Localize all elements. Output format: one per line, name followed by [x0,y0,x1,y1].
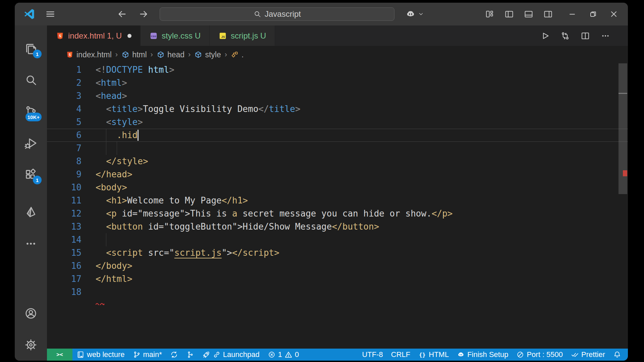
activity-item-extensions[interactable]: 1 [15,159,47,190]
breadcrumb-separator-icon: › [225,50,227,59]
status-text: 1 [278,350,282,359]
copilot-status-icon [457,351,465,359]
tab-bar-tabs: 5index.html 1, Ucssstyle.css UJSscript.j… [47,25,275,46]
status-item-live-server-port[interactable]: Port : 5500 [512,349,567,361]
editor-scrollbar[interactable] [618,63,628,349]
breadcrumb-item[interactable]: head [157,50,184,59]
svg-text:5: 5 [59,34,61,38]
open-changes-button[interactable] [560,31,570,41]
restore-button[interactable] [588,9,598,19]
command-center-search[interactable]: Javascript [160,7,394,21]
code-line: 15 <script src="script.js"></script> [47,246,628,259]
status-item-problems[interactable]: 10 [264,349,303,361]
editor-actions [540,25,628,46]
line-number: 10 [47,181,96,194]
line-content: <body> [96,181,127,194]
code-line: 13 <button id="toggleButton">Hide/Show M… [47,220,628,233]
breadcrumb-item[interactable]: . [231,50,244,59]
gear-icon [24,338,38,352]
toggle-sidebar-icon[interactable] [504,9,514,19]
tab-label: script.js U [231,31,266,41]
link-icon [213,351,221,359]
activity-item-explorer[interactable]: 1 [15,33,47,64]
activity-item-run-and-debug[interactable] [15,127,47,159]
activity-item-settings[interactable] [15,329,47,361]
status-item-git-branch[interactable]: main* [129,349,166,361]
copilot-menu[interactable] [405,9,424,19]
tab-index-html[interactable]: 5index.html 1, U [47,25,141,46]
activity-bar: 110K+1 [15,25,47,361]
split-editor-button[interactable] [580,31,590,41]
more-icon [24,237,38,250]
code-line: 2<html> [47,76,628,89]
activity-item-prism-extension[interactable] [15,196,47,228]
run-button[interactable] [540,31,550,41]
copilot-icon [405,9,416,19]
breadcrumb-item[interactable]: html [121,50,147,59]
status-item-language-mode[interactable]: {}HTML [414,349,453,361]
close-button[interactable] [609,9,619,19]
status-item-eol[interactable]: CRLF [387,349,414,361]
tab-script-js[interactable]: JSscript.js U [210,25,275,46]
status-item-encoding[interactable]: UTF-8 [358,349,387,361]
class-icon [231,51,239,59]
rocket-icon [202,351,210,359]
line-content: <!DOCTYPE html> [96,63,174,76]
activity-item-accounts[interactable] [15,298,47,329]
breadcrumb-label: html [132,50,147,59]
breadcrumb-separator-icon: › [188,50,191,59]
status-text: Finish Setup [467,350,508,359]
code-line: 8 </style> [47,155,628,168]
text-cursor [138,130,139,141]
svg-text:><: >< [56,351,63,358]
code-line: 6 .hid [47,129,628,142]
activity-item-additional-views[interactable] [15,228,47,259]
tab-label: style.css U [162,31,201,41]
modified-dot-icon[interactable] [127,34,131,38]
status-item-source-control-graph[interactable] [182,349,198,361]
status-item-formatter-prettier[interactable]: Prettier [567,349,609,361]
status-text: Port : 5500 [527,350,563,359]
toggle-panel-icon[interactable] [524,9,533,19]
title-bar: Javascript [15,3,628,25]
line-number: 1 [47,63,96,76]
line-content: <style> [96,116,143,129]
html-icon: 5 [66,51,74,59]
code-line: 12 <p id="message">This is a secret mess… [47,207,628,220]
error-squiggle-icon [96,296,104,309]
status-text: UTF-8 [362,350,383,359]
breadcrumb-label: style [205,50,221,59]
braces-icon: {} [418,351,426,359]
code-line: 5 <style> [47,116,628,129]
cube-icon [194,51,202,59]
breadcrumb-item[interactable]: 5index.html [66,50,112,59]
tab-style-css[interactable]: cssstyle.css U [141,25,210,46]
code-editor[interactable]: 1<!DOCTYPE html>2<html>3<head>4 <title>T… [47,63,628,349]
toggle-secondary-sidebar-icon[interactable] [543,9,553,19]
remote-indicator[interactable]: >< [47,349,72,361]
status-text: Prettier [581,350,605,359]
breadcrumb-label: index.html [76,50,112,59]
status-item-sync-changes[interactable] [166,349,182,361]
nav-back-icon[interactable] [117,9,127,19]
status-item-launchpad[interactable]: Launchpad [198,349,264,361]
code-line: 11 <h1>Welcome to My Page</h1> [47,194,628,207]
line-number: 13 [47,220,96,233]
status-item-copilot-setup[interactable]: Finish Setup [453,349,512,361]
status-item-workspace-indicator[interactable]: web lecture [72,349,129,361]
more-actions-button[interactable] [600,31,610,41]
nav-forward-icon[interactable] [138,9,149,19]
activity-item-source-control[interactable]: 10K+ [15,96,47,127]
status-item-notifications[interactable] [609,349,625,361]
activity-item-search[interactable] [15,64,47,96]
line-number: 11 [47,194,96,207]
graph-icon [186,351,194,359]
breadcrumb-separator-icon: › [151,50,153,59]
breadcrumb-item[interactable]: style [194,50,221,59]
status-text: Launchpad [223,350,260,359]
chevron-down-icon [418,11,424,17]
menu-icon[interactable] [45,9,56,19]
branch-icon [133,351,141,359]
minimize-button[interactable] [568,9,577,19]
customize-layout-icon[interactable] [485,9,494,19]
